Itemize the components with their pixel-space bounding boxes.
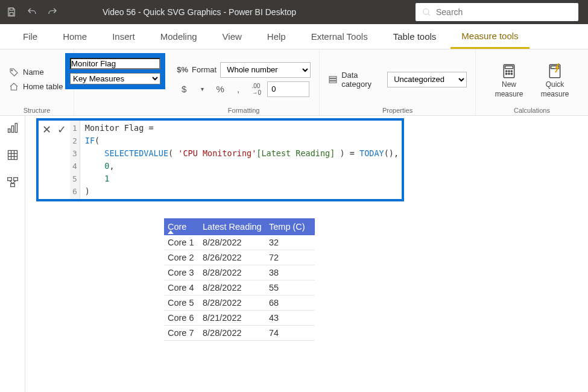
cell-core: Core 1 [164,235,200,250]
cell-latest: 8/21/2022 [200,311,267,325]
search-icon [422,7,431,17]
tab-view[interactable]: View [212,24,253,49]
home-table-label: Home table [23,82,65,91]
svg-rect-6 [329,78,337,80]
cell-latest: 8/28/2022 [200,265,267,280]
cell-core: Core 3 [164,265,200,280]
data-view-icon[interactable] [7,149,19,163]
format-select[interactable]: Whole number [220,62,311,78]
sort-ascending-icon [168,230,174,234]
table-visual[interactable]: Core Latest Reading Temp (C) Core 18/28/… [164,218,315,341]
report-view-icon[interactable] [7,122,19,136]
svg-rect-27 [13,178,17,181]
model-view-icon[interactable] [7,176,19,190]
formula-gutter: 1 2 3 4 5 6 [70,121,80,199]
commit-formula-icon[interactable]: ✓ [57,123,66,136]
titlebar: Video 56 - Quick SVG Graphics - Power BI… [0,0,588,24]
home-table-select[interactable]: Key Measures [70,73,160,84]
cell-latest: 8/26/2022 [200,250,267,265]
measure-name-input[interactable] [70,58,160,69]
svg-rect-5 [329,76,337,78]
ribbon-tabs: File Home Insert Modeling View Help Exte… [0,24,588,49]
thousands-button[interactable]: , [231,82,245,96]
cell-core: Core 7 [164,326,200,340]
table-body: Core 18/28/202232Core 28/26/202272Core 3… [164,235,315,341]
tab-measure-tools[interactable]: Measure tools [450,24,529,49]
redo-icon[interactable] [46,5,59,19]
svg-rect-7 [329,81,337,83]
report-canvas[interactable]: ✕ ✓ 1 2 3 4 5 6 Monitor Flag = IF( SELEC… [25,116,588,392]
ribbon-group-formatting: $% Format Whole number $ ▾ % , .00→0 For… [168,49,320,115]
tag-icon [8,67,19,78]
table-row[interactable]: Core 48/28/202255 [164,280,315,296]
cell-core: Core 6 [164,311,200,325]
svg-point-12 [511,70,512,71]
cell-temp: 72 [267,250,315,265]
tab-external-tools[interactable]: External Tools [300,24,379,49]
table-row[interactable]: Core 58/28/202268 [164,296,315,311]
svg-point-15 [511,73,512,74]
cell-temp: 32 [267,235,315,250]
cell-temp: 74 [267,326,315,340]
percent-button[interactable]: % [213,82,227,96]
svg-rect-0 [10,8,13,10]
cell-temp: 43 [267,311,315,325]
table-row[interactable]: Core 68/21/202243 [164,311,315,326]
percent-dollar-icon: $% [177,65,188,74]
svg-point-10 [506,70,507,71]
calculator-icon [501,63,517,79]
tab-home[interactable]: Home [52,24,98,49]
tab-help[interactable]: Help [256,24,297,49]
cell-temp: 38 [267,265,315,280]
cell-latest: 8/28/2022 [200,296,267,310]
cell-core: Core 2 [164,250,200,265]
svg-point-13 [506,73,507,74]
currency-chevron-icon[interactable]: ▾ [195,82,209,96]
ribbon-body: Name Home table Structure Key Measures $… [0,49,588,116]
table-row[interactable]: Core 78/28/202274 [164,326,315,341]
formula-bar[interactable]: ✕ ✓ 1 2 3 4 5 6 Monitor Flag = IF( SELEC… [36,118,404,201]
tab-insert[interactable]: Insert [101,24,146,49]
cell-temp: 55 [267,280,315,295]
svg-rect-28 [10,184,14,187]
formatting-group-label: Formatting [228,106,260,114]
tab-table-tools[interactable]: Table tools [382,24,447,49]
decimal-shift-button[interactable]: .00→0 [249,82,264,96]
ribbon-group-structure: Name Home table Structure [0,49,74,115]
quick-measure-button[interactable]: Quick measure [537,63,572,98]
save-icon[interactable] [5,5,18,19]
currency-button[interactable]: $ [177,82,191,96]
table-row[interactable]: Core 28/26/202272 [164,250,315,265]
main-area: ✕ ✓ 1 2 3 4 5 6 Monitor Flag = IF( SELEC… [0,116,588,392]
new-measure-button[interactable]: New measure [492,63,526,98]
data-category-label: Data category [341,71,384,89]
column-latest-reading[interactable]: Latest Reading [200,218,267,235]
undo-icon[interactable] [25,5,39,19]
column-temp[interactable]: Temp (C) [267,218,315,235]
svg-rect-21 [8,151,17,160]
formula-code[interactable]: Monitor Flag = IF( SELECTEDVALUE( 'CPU M… [80,121,403,199]
cell-latest: 8/28/2022 [200,235,267,250]
column-core[interactable]: Core [164,218,200,235]
table-row[interactable]: Core 38/28/202238 [164,265,315,280]
cell-core: Core 5 [164,296,200,310]
svg-point-11 [508,70,510,71]
format-label: Format [192,65,217,74]
svg-rect-19 [11,126,13,133]
svg-rect-26 [7,178,11,181]
svg-line-29 [10,181,13,184]
properties-group-label: Properties [382,106,413,114]
category-icon [328,74,338,85]
tab-modeling[interactable]: Modeling [150,24,208,49]
cancel-formula-icon[interactable]: ✕ [42,123,51,136]
table-header[interactable]: Core Latest Reading Temp (C) [164,218,315,235]
search-input[interactable] [436,7,557,17]
measure-fields-highlight: Key Measures [65,53,165,89]
structure-group-label: Structure [24,106,51,114]
tab-file[interactable]: File [12,24,48,49]
cell-temp: 68 [267,296,315,310]
table-row[interactable]: Core 18/28/202232 [164,235,315,250]
data-category-select[interactable]: Uncategorized [387,72,467,87]
search-box[interactable] [416,3,578,21]
decimals-input[interactable] [267,81,309,97]
